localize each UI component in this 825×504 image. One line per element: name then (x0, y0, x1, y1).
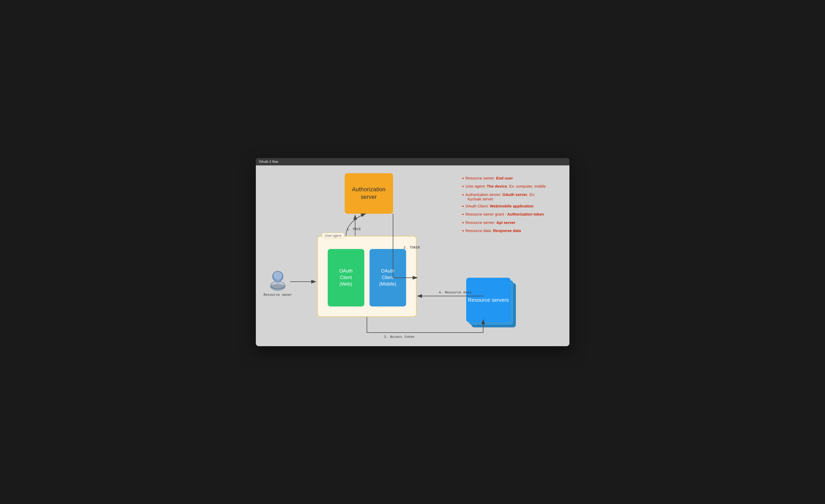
oauth-client-web-label: OAuthClient(Web) (339, 268, 353, 288)
bullet-1: • (462, 176, 464, 182)
bullet-4: • (462, 204, 464, 209)
legend-item-6: • Resource server: Api server (462, 220, 561, 226)
legend-item-1: • Resource owner: End user (462, 176, 561, 182)
legend-text-7: Resource data: Response data (465, 228, 521, 233)
person-icon (266, 267, 290, 291)
legend-text-6: Resource server: Api server (465, 220, 516, 225)
user-agent-container: User agent OAuthClient(Web) OAuthClient(… (317, 236, 417, 317)
legend-text-1: Resource owner: End user (465, 176, 513, 180)
legend-text-4: OAuth Client: Web/mobile application (465, 204, 534, 208)
bullet-3: • (462, 192, 464, 198)
legend-item-3: • Authorization server: OAuth server, Ex… (462, 192, 561, 201)
bullet-6: • (462, 220, 464, 226)
oauth-client-mobile-label: OAuthClient(Mobile) (379, 268, 396, 288)
legend: • Resource owner: End user • User agent:… (462, 176, 561, 237)
legend-item-2: • User agent: The device, Ex: computer, … (462, 184, 561, 190)
legend-text-3: Authorization server: OAuth server, Ex: … (465, 192, 535, 201)
resource-owner: Resource owner (264, 267, 292, 297)
diagram-area: Authorizationserver (256, 165, 570, 346)
legend-item-5: • Resource owner grant : Authorization t… (462, 212, 561, 218)
svg-text:3. Access token: 3. Access token (384, 335, 415, 339)
title-bar: OAuth 2 flow (256, 158, 570, 165)
resource-servers-label: Resource servers (468, 296, 509, 304)
bullet-2: • (462, 184, 464, 190)
resource-owner-label: Resource owner (264, 293, 292, 297)
svg-point-3 (274, 271, 282, 280)
svg-text:1. PKCE: 1. PKCE (347, 227, 361, 231)
svg-point-7 (271, 284, 285, 289)
auth-server-label: Authorizationserver (352, 186, 385, 201)
legend-text-5: Resource owner grant : Authorization tok… (465, 212, 544, 216)
main-window: OAuth 2 flow Authorizationserver (256, 158, 570, 346)
resource-servers-container: Resource servers (466, 278, 518, 330)
oauth-clients: OAuthClient(Web) OAuthClient(Mobile) (318, 237, 416, 316)
resource-server-front: Resource servers (466, 278, 511, 322)
bullet-7: • (462, 228, 464, 234)
oauth-client-mobile: OAuthClient(Mobile) (370, 249, 406, 307)
window-title: OAuth 2 flow (259, 160, 278, 164)
legend-item-4: • OAuth Client: Web/mobile application (462, 204, 561, 209)
bullet-5: • (462, 212, 464, 218)
auth-server-box: Authorizationserver (345, 173, 393, 214)
legend-item-7: • Resource data: Response data (462, 228, 561, 234)
user-agent-label: User agent (322, 233, 345, 238)
legend-text-2: User agent: The device, Ex: computer, mo… (465, 184, 546, 188)
oauth-client-web: OAuthClient(Web) (328, 249, 364, 307)
